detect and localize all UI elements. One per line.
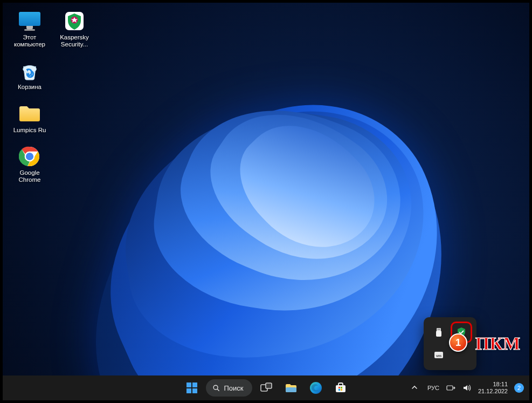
svg-rect-15: [286, 387, 296, 392]
chevron-up-icon: [411, 384, 418, 391]
svg-rect-14: [266, 383, 272, 388]
windows-logo-icon: [186, 382, 197, 393]
svg-rect-22: [447, 386, 453, 390]
desktop-icon-grid: Этот компьютер Корзина Lumpics Ru Google…: [9, 9, 50, 183]
notification-count: 2: [517, 385, 521, 391]
svg-line-12: [217, 389, 219, 391]
svg-rect-21: [341, 389, 342, 391]
svg-rect-7: [438, 329, 439, 330]
taskbar-search[interactable]: Поиск: [205, 379, 252, 397]
search-label: Поиск: [224, 384, 243, 392]
volume-icon: [462, 383, 472, 393]
taskbar-pin-edge[interactable]: [305, 377, 327, 399]
annotation-step-badge: 1: [449, 333, 467, 352]
taskbar-center: Поиск: [181, 377, 351, 399]
edge-icon: [309, 381, 323, 395]
desktop-screen: Этот компьютер Корзина Lumpics Ru Google…: [3, 3, 529, 400]
task-view-button[interactable]: [255, 377, 277, 399]
desktop-icon-label: Этот компьютер: [14, 34, 45, 48]
desktop-icon-recycle-bin[interactable]: Корзина: [9, 59, 50, 91]
annotation-label: ПКМ: [475, 333, 520, 354]
tray-overflow-button[interactable]: [408, 381, 421, 395]
desktop-icon-this-pc[interactable]: Этот компьютер: [9, 9, 50, 48]
recycle-bin-icon: [18, 59, 42, 83]
desktop-icon-grid-col2: Kaspersky Security...: [54, 9, 95, 48]
desktop-icon-label: Google Chrome: [19, 169, 41, 183]
svg-rect-17: [336, 385, 346, 392]
tray-item-usb[interactable]: [429, 323, 448, 342]
svg-rect-6: [436, 331, 441, 337]
svg-text:vm: vm: [436, 354, 441, 358]
clock-button[interactable]: 18:11 21.12.2022: [478, 381, 508, 395]
chrome-icon: [18, 145, 42, 168]
kaspersky-icon: [63, 9, 86, 33]
ms-store-icon: [334, 381, 348, 395]
desktop-icon-label: Lumpics Ru: [13, 127, 46, 134]
taskbar-pin-explorer[interactable]: [280, 377, 302, 399]
svg-rect-20: [338, 389, 340, 391]
language-indicator[interactable]: РУС: [427, 385, 439, 391]
vmware-icon: vm: [433, 350, 444, 360]
tray-item-vmware[interactable]: vm: [429, 345, 448, 365]
clock-time: 18:11: [478, 381, 508, 388]
usb-icon: [433, 327, 444, 338]
taskbar-pin-store[interactable]: [330, 377, 351, 399]
network-button[interactable]: [446, 383, 455, 393]
desktop-icon-folder-lumpics[interactable]: Lumpics Ru: [9, 102, 50, 134]
desktop-icon-chrome[interactable]: Google Chrome: [9, 145, 50, 183]
desktop-icon-label: Kaspersky Security...: [60, 34, 89, 48]
svg-rect-8: [439, 329, 440, 330]
start-button[interactable]: [181, 377, 202, 399]
search-icon: [212, 384, 219, 392]
desktop-icon-kaspersky[interactable]: Kaspersky Security...: [54, 9, 95, 48]
file-explorer-icon: [284, 381, 298, 395]
clock-date: 21.12.2022: [478, 388, 508, 395]
annotation-step-number: 1: [455, 337, 461, 349]
volume-button[interactable]: [462, 383, 472, 393]
taskbar: Поиск РУС: [3, 375, 529, 400]
system-tray: РУС 18:11 21.12.2022 2: [408, 381, 524, 395]
network-icon: [446, 383, 455, 393]
notification-center-button[interactable]: 2: [514, 383, 524, 393]
svg-rect-19: [341, 387, 342, 388]
folder-icon: [18, 102, 42, 126]
svg-rect-18: [338, 387, 340, 388]
monitor-icon: [18, 9, 42, 33]
desktop-icon-label: Корзина: [18, 84, 42, 91]
task-view-icon: [259, 381, 273, 395]
